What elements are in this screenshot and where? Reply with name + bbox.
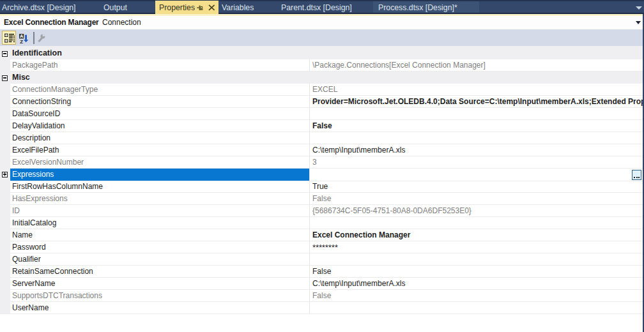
svg-text:A: A [20,33,24,39]
svg-text:Z: Z [20,39,23,44]
